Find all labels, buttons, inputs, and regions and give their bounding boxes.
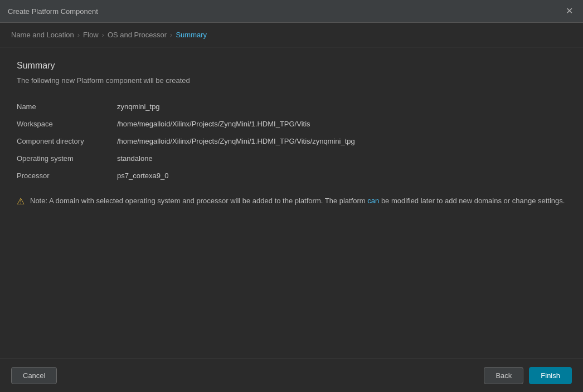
footer-right-buttons: Back Finish (484, 367, 572, 384)
value-workspace: /home/megalloid/Xilinx/Projects/ZynqMini… (117, 115, 566, 133)
back-button[interactable]: Back (484, 367, 523, 384)
value-os: standalone (117, 150, 566, 167)
title-bar: Create Platform Component ✕ (0, 0, 583, 23)
breadcrumb-os-processor: OS and Processor (108, 31, 167, 39)
dialog-title: Create Platform Component (8, 7, 98, 16)
finish-button[interactable]: Finish (529, 367, 572, 384)
section-subtitle: The following new Platform component wil… (17, 76, 566, 85)
label-workspace: Workspace (17, 115, 117, 133)
breadcrumb-flow: Flow (83, 31, 98, 39)
breadcrumb-sep-1: › (77, 31, 80, 39)
main-content: Summary The following new Platform compo… (0, 47, 583, 359)
note-box: ⚠ Note: A domain with selected operating… (17, 195, 566, 207)
warning-icon: ⚠ (17, 196, 25, 207)
footer: Cancel Back Finish (0, 359, 583, 392)
breadcrumb-sep-2: › (102, 31, 104, 39)
label-processor: Processor (17, 167, 117, 184)
breadcrumb-summary: Summary (176, 31, 207, 39)
close-button[interactable]: ✕ (563, 6, 575, 17)
create-platform-dialog: Create Platform Component ✕ Name and Loc… (0, 0, 583, 392)
summary-table: Name zynqmini_tpg Workspace /home/megall… (17, 98, 566, 184)
breadcrumb: Name and Location › Flow › OS and Proces… (0, 23, 583, 47)
value-component-dir: /home/megalloid/Xilinx/Projects/ZynqMini… (117, 133, 566, 150)
note-highlight: can (367, 197, 379, 205)
value-name: zynqmini_tpg (117, 98, 566, 115)
breadcrumb-name-location: Name and Location (11, 31, 74, 39)
breadcrumb-sep-3: › (170, 31, 172, 39)
label-name: Name (17, 98, 117, 115)
label-os: Operating system (17, 150, 117, 167)
section-title: Summary (17, 61, 566, 71)
label-component-dir: Component directory (17, 133, 117, 150)
value-processor: ps7_cortexa9_0 (117, 167, 566, 184)
note-text: Note: A domain with selected operating s… (30, 195, 565, 207)
cancel-button[interactable]: Cancel (11, 367, 57, 384)
